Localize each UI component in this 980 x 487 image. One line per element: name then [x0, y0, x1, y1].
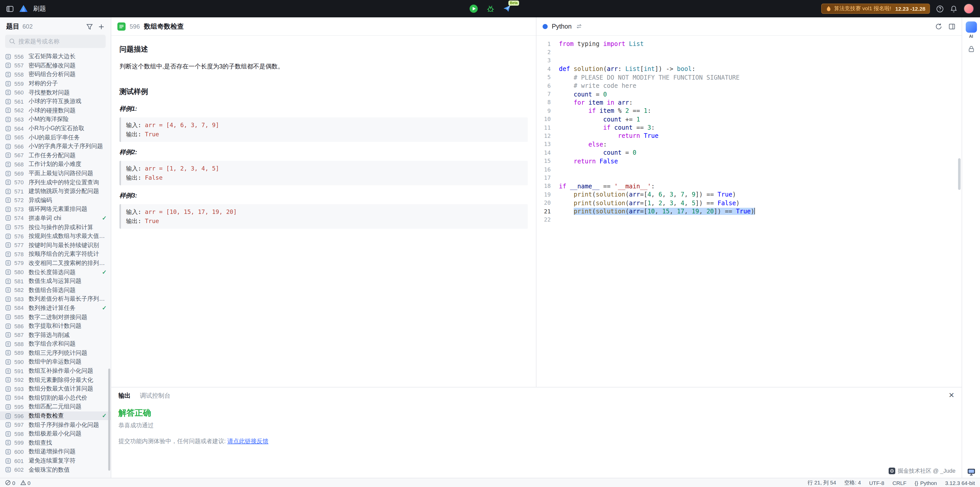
problem-list-item[interactable]: 591数组互补操作最小化问题 [0, 366, 111, 376]
code-editor[interactable]: 1from typing import List234def solution(… [536, 36, 962, 387]
search-input[interactable] [18, 38, 102, 45]
cursor-position[interactable]: 行 21, 列 54 [808, 479, 836, 486]
problem-list-item[interactable]: 570序列生成中的特定位置查询 [0, 178, 111, 187]
code-line[interactable]: 7 count = 0 [536, 90, 962, 99]
problem-list-item[interactable]: 565小U的最后字串任务 [0, 133, 111, 142]
problem-list-item[interactable]: 567工作任务分配问题 [0, 151, 111, 160]
editor-scrollbar[interactable] [958, 158, 961, 190]
language-switch-icon[interactable] [576, 23, 582, 30]
runtime-version[interactable]: 3.12.3 64-bit [945, 480, 975, 486]
problem-list-item[interactable]: 582数值组合筛选问题 [0, 286, 111, 294]
problem-list-item[interactable]: 576按规则生成数组与求最大值问题 [0, 232, 111, 241]
indent-setting[interactable]: 空格: 4 [844, 479, 861, 486]
problem-list-item[interactable]: 587数字筛选与削减 [0, 331, 111, 339]
code-line[interactable]: 12 return True [536, 132, 962, 140]
output-tab[interactable]: 输出 [118, 391, 130, 400]
code-line[interactable]: 3 [536, 57, 962, 65]
encoding-setting[interactable]: UTF-8 [869, 480, 884, 486]
problem-list-item[interactable]: 572异或编码 [0, 196, 111, 205]
reset-code-icon[interactable] [935, 23, 942, 30]
problem-list-item[interactable]: 571建筑物跳跃与资源分配问题 [0, 187, 111, 196]
code-line[interactable]: 10 count += 1 [536, 115, 962, 124]
problem-list-item[interactable]: 563小M的海洋探险 [0, 115, 111, 124]
debug-bug-icon[interactable] [487, 5, 495, 13]
problem-list-item[interactable]: 600数组递增操作问题 [0, 447, 111, 456]
problem-list-item[interactable]: 601避免连续重复字符 [0, 456, 111, 465]
problem-list-item[interactable]: 589数组三元序列统计问题 [0, 349, 111, 357]
problem-list-item[interactable]: 590数组中的幸运数问题 [0, 357, 111, 366]
code-line[interactable]: 13 else: [536, 140, 962, 148]
code-line[interactable]: 2 [536, 48, 962, 57]
code-line[interactable]: 18if __name__ == '__main__': [536, 182, 962, 190]
lock-icon[interactable] [967, 45, 975, 53]
code-line[interactable]: 17 [536, 174, 962, 182]
code-line[interactable]: 20 print(solution(arr=[1, 2, 3, 4, 5]) =… [536, 199, 962, 207]
bell-icon[interactable] [950, 5, 958, 13]
problem-list-item[interactable]: 575按位与操作的异或和计算 [0, 223, 111, 232]
code-line[interactable]: 14 count = 0 [536, 148, 962, 157]
problem-list-item[interactable]: 583数列差值分析与最长子序列问题 [0, 294, 111, 304]
split-editor-icon[interactable] [948, 23, 956, 30]
user-avatar[interactable] [964, 3, 974, 14]
run-button[interactable] [469, 4, 478, 13]
problem-list-item[interactable]: 585数字二进制对拼接问题 [0, 312, 111, 321]
code-line[interactable]: 4def solution(arr: List[int]) -> bool: [536, 65, 962, 73]
code-line[interactable]: 6 # write code here [536, 82, 962, 90]
code-line[interactable]: 22 [536, 215, 962, 224]
problem-list-item[interactable]: 560寻找整数对问题 [0, 88, 111, 97]
submit-button[interactable]: Beta [503, 5, 511, 13]
problem-list-item[interactable]: 573循环网络元素重排问题 [0, 205, 111, 214]
code-line[interactable]: 11 if count == 3: [536, 124, 962, 132]
problem-list-item[interactable]: 561小球的字符互换游戏 [0, 97, 111, 106]
problem-list-item[interactable]: 588数字组合求和问题 [0, 339, 111, 349]
problem-list-item[interactable]: 578按顺序组合的元素字符统计 [0, 250, 111, 259]
problem-list-item[interactable]: 558密码组合分析问题 [0, 70, 111, 79]
problem-list-item[interactable]: 564小R与小G的宝石拾取 [0, 124, 111, 133]
problem-list-item[interactable]: 566小V的字典序最大子序列问题 [0, 142, 111, 151]
problem-list-item[interactable]: 595数组匹配二元组问题 [0, 402, 111, 411]
code-line[interactable]: 1from typing import List [536, 40, 962, 48]
problem-list-item[interactable]: 584数列推进计算任务✓ [0, 304, 111, 312]
problem-list-item[interactable]: 592数组元素删除得分最大化 [0, 376, 111, 384]
problem-list-item[interactable]: 557密码匹配修改问题 [0, 61, 111, 70]
problem-list-item[interactable]: 569平面上最短访问路径问题 [0, 169, 111, 178]
sidebar-scrollbar[interactable] [108, 369, 110, 471]
problem-list-item[interactable]: 568工作计划的最小难度 [0, 160, 111, 169]
close-icon[interactable]: ✕ [948, 392, 955, 399]
problem-list-item[interactable]: 574拼凑单词 chi✓ [0, 214, 111, 223]
code-line[interactable]: 8 for item in arr: [536, 98, 962, 107]
warnings-indicator[interactable]: 0 [21, 480, 30, 486]
problem-list-item[interactable]: 562小球的碰撞数问题 [0, 106, 111, 115]
eol-setting[interactable]: CRLF [892, 480, 907, 486]
filter-icon[interactable] [86, 23, 93, 30]
problem-list-item[interactable]: 597数组子序列操作最小化问题 [0, 420, 111, 429]
problem-list-item[interactable]: 598数组极差最小化问题 [0, 429, 111, 438]
problem-list-item[interactable]: 579改变相同二叉搜索树的排列方案数 [0, 259, 111, 267]
problem-list-item[interactable]: 556宝石矩阵最大边长 [0, 52, 111, 61]
code-line[interactable]: 9 if item % 2 == 1: [536, 107, 962, 115]
sidebar-toggle-icon[interactable] [6, 5, 14, 13]
screen-share-icon[interactable] [967, 468, 975, 476]
output-tab[interactable]: 调试控制台 [140, 391, 170, 400]
problem-list-item[interactable]: 593数组分数最大值计算问题 [0, 384, 111, 393]
feedback-link[interactable]: 请点此链接反馈 [228, 438, 269, 444]
ai-assistant-button[interactable] [966, 21, 977, 33]
problem-list-item[interactable]: 559对称的分子 [0, 79, 111, 88]
problem-list-item[interactable]: 580数位长度筛选问题✓ [0, 268, 111, 277]
problem-list-item[interactable]: 577按键时间与最长持续键识别 [0, 241, 111, 250]
code-line[interactable]: 21 print(solution(arr=[10, 15, 17, 19, 2… [536, 207, 962, 216]
problem-list-item[interactable]: 581数值生成与运算问题 [0, 277, 111, 286]
language-mode[interactable]: {}Python [915, 480, 937, 486]
code-line[interactable]: 15 return False [536, 157, 962, 166]
code-line[interactable]: 5 # PLEASE DO NOT MODIFY THE FUNCTION SI… [536, 73, 962, 82]
problem-list-item[interactable]: 594数组切割的最小总代价 [0, 393, 111, 402]
contest-banner[interactable]: 算法竞技赛 vol1 报名啦! 12.23 -12.28 [821, 3, 930, 14]
code-line[interactable]: 16 [536, 166, 962, 174]
problem-list-item[interactable]: 602金银珠宝的数值 [0, 465, 111, 474]
help-icon[interactable] [936, 5, 944, 13]
problem-list-item[interactable]: 599数组查找 [0, 438, 111, 447]
problem-list-item[interactable]: 586数字提取和计数问题 [0, 321, 111, 331]
add-icon[interactable] [98, 23, 105, 30]
errors-indicator[interactable]: 0 [5, 480, 15, 486]
code-line[interactable]: 19 print(solution(arr=[4, 6, 3, 7, 9]) =… [536, 190, 962, 199]
